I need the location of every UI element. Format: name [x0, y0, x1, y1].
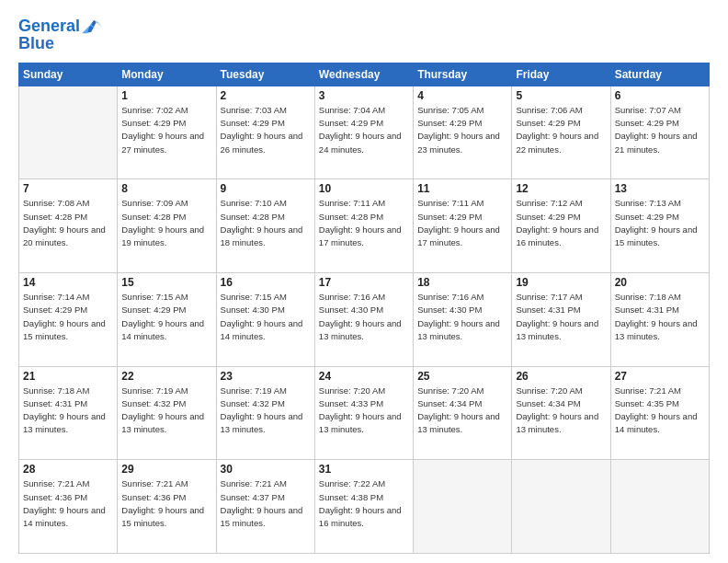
day-number: 30 — [221, 463, 311, 476]
calendar-cell — [414, 460, 512, 554]
header: General Blue — [18, 17, 710, 53]
calendar-cell: 13Sunrise: 7:13 AMSunset: 4:29 PMDayligh… — [610, 179, 709, 273]
calendar-cell: 12Sunrise: 7:12 AMSunset: 4:29 PMDayligh… — [512, 179, 610, 273]
day-info: Sunrise: 7:16 AMSunset: 4:30 PMDaylight:… — [319, 291, 409, 343]
calendar-cell: 31Sunrise: 7:22 AMSunset: 4:38 PMDayligh… — [314, 460, 413, 554]
calendar-cell: 9Sunrise: 7:10 AMSunset: 4:28 PMDaylight… — [216, 179, 314, 273]
calendar-cell: 4Sunrise: 7:05 AMSunset: 4:29 PMDaylight… — [414, 86, 512, 179]
day-info: Sunrise: 7:18 AMSunset: 4:31 PMDaylight:… — [615, 291, 705, 343]
day-info: Sunrise: 7:11 AMSunset: 4:28 PMDaylight:… — [319, 197, 409, 249]
calendar-cell: 30Sunrise: 7:21 AMSunset: 4:37 PMDayligh… — [216, 460, 314, 554]
calendar-cell: 11Sunrise: 7:11 AMSunset: 4:29 PMDayligh… — [414, 179, 512, 273]
day-number: 15 — [121, 276, 211, 289]
day-number: 7 — [23, 182, 113, 195]
day-info: Sunrise: 7:09 AMSunset: 4:28 PMDaylight:… — [121, 197, 211, 249]
day-info: Sunrise: 7:08 AMSunset: 4:28 PMDaylight:… — [23, 197, 113, 249]
day-number: 5 — [516, 89, 606, 102]
calendar-cell: 17Sunrise: 7:16 AMSunset: 4:30 PMDayligh… — [314, 273, 413, 367]
day-number: 10 — [319, 182, 409, 195]
day-number: 9 — [221, 182, 311, 195]
calendar-cell: 21Sunrise: 7:18 AMSunset: 4:31 PMDayligh… — [19, 366, 118, 460]
day-number: 2 — [221, 89, 311, 102]
day-info: Sunrise: 7:03 AMSunset: 4:29 PMDaylight:… — [221, 104, 311, 156]
day-number: 17 — [319, 276, 409, 289]
day-number: 3 — [319, 89, 409, 102]
day-number: 25 — [417, 370, 507, 383]
calendar-cell: 5Sunrise: 7:06 AMSunset: 4:29 PMDaylight… — [512, 86, 610, 179]
calendar-cell: 23Sunrise: 7:19 AMSunset: 4:32 PMDayligh… — [216, 366, 314, 460]
calendar-cell: 26Sunrise: 7:20 AMSunset: 4:34 PMDayligh… — [512, 366, 610, 460]
calendar-cell: 3Sunrise: 7:04 AMSunset: 4:29 PMDaylight… — [314, 86, 413, 179]
day-header-monday: Monday — [118, 63, 216, 86]
week-row-2: 7Sunrise: 7:08 AMSunset: 4:28 PMDaylight… — [19, 179, 710, 273]
day-info: Sunrise: 7:12 AMSunset: 4:29 PMDaylight:… — [516, 197, 606, 249]
calendar-cell: 19Sunrise: 7:17 AMSunset: 4:31 PMDayligh… — [512, 273, 610, 367]
calendar-cell — [512, 460, 610, 554]
day-info: Sunrise: 7:21 AMSunset: 4:36 PMDaylight:… — [121, 477, 211, 530]
calendar-cell: 20Sunrise: 7:18 AMSunset: 4:31 PMDayligh… — [610, 273, 709, 367]
day-info: Sunrise: 7:04 AMSunset: 4:29 PMDaylight:… — [319, 104, 409, 156]
day-header-wednesday: Wednesday — [314, 63, 413, 86]
day-number: 19 — [516, 276, 606, 289]
calendar-cell: 14Sunrise: 7:14 AMSunset: 4:29 PMDayligh… — [19, 273, 118, 367]
day-header-friday: Friday — [512, 63, 610, 86]
day-header-saturday: Saturday — [610, 63, 709, 86]
day-info: Sunrise: 7:21 AMSunset: 4:35 PMDaylight:… — [615, 385, 705, 437]
calendar-cell: 8Sunrise: 7:09 AMSunset: 4:28 PMDaylight… — [118, 179, 216, 273]
day-info: Sunrise: 7:02 AMSunset: 4:29 PMDaylight:… — [121, 104, 211, 156]
day-number: 18 — [417, 276, 507, 289]
calendar-cell — [610, 460, 709, 554]
day-info: Sunrise: 7:21 AMSunset: 4:37 PMDaylight:… — [221, 477, 311, 530]
week-row-3: 14Sunrise: 7:14 AMSunset: 4:29 PMDayligh… — [19, 273, 710, 367]
day-info: Sunrise: 7:05 AMSunset: 4:29 PMDaylight:… — [417, 104, 507, 156]
calendar-cell: 25Sunrise: 7:20 AMSunset: 4:34 PMDayligh… — [414, 366, 512, 460]
calendar-cell: 10Sunrise: 7:11 AMSunset: 4:28 PMDayligh… — [314, 179, 413, 273]
day-header-tuesday: Tuesday — [216, 63, 314, 86]
logo-icon — [82, 17, 102, 37]
day-number: 23 — [221, 370, 311, 383]
day-info: Sunrise: 7:22 AMSunset: 4:38 PMDaylight:… — [319, 477, 409, 530]
calendar-cell: 29Sunrise: 7:21 AMSunset: 4:36 PMDayligh… — [118, 460, 216, 554]
calendar-cell — [19, 86, 118, 179]
day-number: 31 — [319, 463, 409, 476]
day-number: 13 — [615, 182, 705, 195]
day-info: Sunrise: 7:11 AMSunset: 4:29 PMDaylight:… — [417, 197, 507, 249]
day-number: 12 — [516, 182, 606, 195]
day-info: Sunrise: 7:19 AMSunset: 4:32 PMDaylight:… — [121, 385, 211, 437]
week-row-1: 1Sunrise: 7:02 AMSunset: 4:29 PMDaylight… — [19, 86, 710, 179]
calendar-cell: 6Sunrise: 7:07 AMSunset: 4:29 PMDaylight… — [610, 86, 709, 179]
day-info: Sunrise: 7:20 AMSunset: 4:34 PMDaylight:… — [417, 385, 507, 437]
calendar-cell: 1Sunrise: 7:02 AMSunset: 4:29 PMDaylight… — [118, 86, 216, 179]
day-info: Sunrise: 7:15 AMSunset: 4:30 PMDaylight:… — [221, 291, 311, 343]
week-row-4: 21Sunrise: 7:18 AMSunset: 4:31 PMDayligh… — [19, 366, 710, 460]
day-info: Sunrise: 7:17 AMSunset: 4:31 PMDaylight:… — [516, 291, 606, 343]
calendar-cell: 2Sunrise: 7:03 AMSunset: 4:29 PMDaylight… — [216, 86, 314, 179]
logo-text-line1: General — [18, 17, 80, 36]
day-number: 14 — [23, 276, 113, 289]
day-info: Sunrise: 7:16 AMSunset: 4:30 PMDaylight:… — [417, 291, 507, 343]
day-number: 21 — [23, 370, 113, 383]
day-number: 26 — [516, 370, 606, 383]
calendar-cell: 28Sunrise: 7:21 AMSunset: 4:36 PMDayligh… — [19, 460, 118, 554]
day-info: Sunrise: 7:14 AMSunset: 4:29 PMDaylight:… — [23, 291, 113, 343]
calendar-cell: 16Sunrise: 7:15 AMSunset: 4:30 PMDayligh… — [216, 273, 314, 367]
day-number: 29 — [121, 463, 211, 476]
day-info: Sunrise: 7:19 AMSunset: 4:32 PMDaylight:… — [221, 385, 311, 437]
day-number: 11 — [417, 182, 507, 195]
day-info: Sunrise: 7:07 AMSunset: 4:29 PMDaylight:… — [615, 104, 705, 156]
day-number: 20 — [615, 276, 705, 289]
week-row-5: 28Sunrise: 7:21 AMSunset: 4:36 PMDayligh… — [19, 460, 710, 554]
day-number: 27 — [615, 370, 705, 383]
logo-text-line2: Blue — [18, 35, 54, 53]
day-number: 24 — [319, 370, 409, 383]
calendar-table: SundayMondayTuesdayWednesdayThursdayFrid… — [18, 63, 710, 554]
calendar-cell: 7Sunrise: 7:08 AMSunset: 4:28 PMDaylight… — [19, 179, 118, 273]
day-number: 16 — [221, 276, 311, 289]
logo: General Blue — [18, 17, 102, 53]
day-info: Sunrise: 7:06 AMSunset: 4:29 PMDaylight:… — [516, 104, 606, 156]
day-number: 6 — [615, 89, 705, 102]
day-header-sunday: Sunday — [19, 63, 118, 86]
day-info: Sunrise: 7:18 AMSunset: 4:31 PMDaylight:… — [23, 385, 113, 437]
day-number: 1 — [121, 89, 211, 102]
day-info: Sunrise: 7:13 AMSunset: 4:29 PMDaylight:… — [615, 197, 705, 249]
